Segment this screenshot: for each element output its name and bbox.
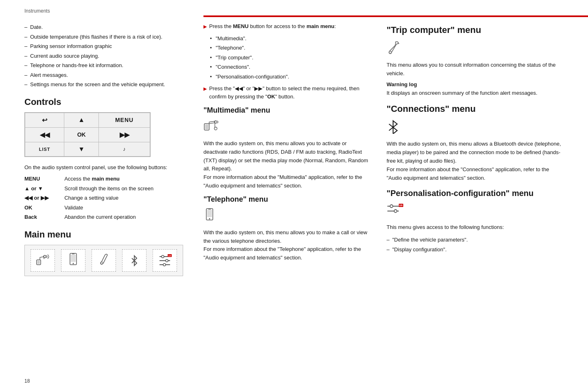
personalisation-icon: GB [157, 253, 173, 268]
list-item: Outside temperature (this flashes if the… [24, 32, 191, 42]
control-table: MENU Access the main menu ▲ or ▼ Scroll … [24, 174, 191, 222]
svg-rect-19 [205, 124, 208, 129]
list-item: Settings menus for the screen and the ve… [24, 80, 191, 89]
up-button: ▲ [64, 113, 99, 127]
sliders-icon: GB [387, 203, 404, 218]
next-button: ▶▶ [99, 127, 150, 142]
svg-text:GB: GB [168, 255, 171, 257]
control-intro: On the audio system control panel, use t… [24, 163, 191, 172]
page-number: 18 [24, 378, 30, 384]
multimedia-body: With the audio system on, this menu allo… [203, 139, 370, 190]
svg-line-28 [389, 127, 393, 131]
svg-rect-4 [71, 255, 76, 262]
press-menu-item: ▶ Press the MENU button for access to th… [203, 22, 370, 30]
multimedia-section-icon [203, 119, 370, 136]
svg-point-13 [166, 259, 168, 262]
list-item: "Display configuration". [387, 245, 564, 255]
ctrl-key: MENU [24, 174, 64, 184]
ctrl-desc: Change a setting value [64, 193, 191, 203]
list-item: Parking sensor information graphic [24, 41, 191, 51]
ctrl-desc: Validate [64, 203, 191, 213]
controls-diagram: ↩ ▲ MENU ◀◀ OK ▶▶ LIST ▼ ♪ [24, 112, 151, 157]
right-column: "Trip computer" menu This menu allows yo… [383, 22, 564, 276]
svg-point-11 [162, 255, 164, 258]
triangle-icon-2: ▶ [203, 85, 207, 92]
trip-body: This menu allows you to consult informat… [387, 61, 564, 78]
red-bar [203, 15, 588, 17]
telephone-section-icon [203, 208, 370, 225]
svg-point-32 [394, 210, 397, 213]
press-select-item: ▶ Press the "◀◀" or "▶▶" button to selec… [203, 85, 370, 100]
multimedia-icon-box [31, 249, 55, 272]
ctrl-key: Back [24, 212, 64, 222]
svg-point-5 [72, 263, 74, 264]
svg-rect-23 [207, 210, 212, 217]
main-menu-icons-row: GB [24, 245, 183, 276]
svg-point-24 [209, 218, 210, 219]
telephone-heading: "Telephone" menu [203, 195, 370, 204]
down-button: ▼ [64, 142, 99, 156]
menu-items-list: "Multimedia". "Telephone". "Trip compute… [210, 34, 370, 82]
ctrl-desc: Access the main menu [64, 174, 191, 184]
personalisation-body: This menu gives access to the following … [387, 223, 564, 232]
telephone-icon [67, 253, 80, 268]
list-item: "Personalisation-configuration". [210, 72, 370, 82]
warning-log-body: It displays an onscreen summary of the f… [387, 89, 564, 98]
multimedia-icon-section [203, 119, 220, 133]
ctrl-key: ◀◀ or ▶▶ [24, 193, 64, 203]
multimedia-icon [35, 253, 50, 268]
press-select-text: Press the "◀◀" or "▶▶" button to select … [209, 85, 370, 100]
triangle-icon: ▶ [203, 23, 207, 30]
svg-text:GB: GB [399, 204, 402, 207]
list-item: Alert messages. [24, 70, 191, 80]
section-label: Instruments [24, 8, 50, 14]
list-item: "Trip computer". [210, 53, 370, 63]
telephone-icon-box [61, 249, 85, 272]
bluetooth-icon-svg [387, 119, 400, 134]
trip-computer-icon [98, 253, 110, 268]
page: Instruments Date. Outside temperature (t… [0, 0, 588, 392]
svg-point-30 [390, 205, 393, 208]
list-button: LIST [25, 142, 64, 156]
personalisation-heading: "Personalisation-configuration" menu [387, 189, 564, 198]
note-button: ♪ [99, 142, 150, 156]
page-header: Instruments [24, 8, 50, 14]
list-item: "Define the vehicle parameters". [387, 235, 564, 245]
list-item: Telephone or hands-free kit information. [24, 61, 191, 70]
bluetooth-icon [387, 119, 564, 137]
menu-button: MENU [99, 113, 150, 127]
connections-icon-box [122, 249, 146, 272]
trip-computer-section-icon [387, 40, 564, 58]
ok-button: OK [64, 127, 99, 142]
ctrl-key: ▲ or ▼ [24, 184, 64, 194]
press-menu-text: Press the MENU button for access to the … [209, 22, 336, 30]
telephone-body: With the audio system on, this menu allo… [203, 229, 370, 262]
list-item: "Connections". [210, 62, 370, 72]
trip-heading: "Trip computer" menu [387, 25, 564, 35]
svg-rect-1 [37, 261, 40, 264]
svg-point-15 [163, 264, 166, 266]
list-item: "Multimedia". [210, 34, 370, 44]
wrench-icon [387, 40, 401, 55]
connections-icon [129, 253, 139, 268]
mid-column: ▶ Press the MENU button for access to th… [203, 22, 383, 276]
trip-computer-icon-box [92, 249, 116, 272]
back-button: ↩ [25, 113, 64, 127]
personalisation-list: "Define the vehicle parameters". "Displa… [387, 235, 564, 254]
list-item: Date. [24, 22, 191, 32]
list-item: Current audio source playing. [24, 51, 191, 61]
personalisation-icon-box: GB [153, 249, 177, 272]
telephone-icon-section [203, 208, 216, 222]
list-item: "Telephone". [210, 43, 370, 53]
ctrl-desc: Scroll through the items on the screen [64, 184, 191, 194]
controls-heading: Controls [24, 97, 191, 107]
connections-heading: "Connections" menu [387, 104, 564, 114]
personalisation-section-icon: GB [387, 203, 564, 220]
main-menu-heading: Main menu [24, 229, 191, 240]
left-column: Date. Outside temperature (this flashes … [24, 22, 203, 276]
ctrl-key: OK [24, 203, 64, 213]
ctrl-desc: Abandon the current operation [64, 212, 191, 222]
svg-line-27 [389, 124, 393, 127]
connections-body: With the audio system on, this menu allo… [387, 140, 564, 182]
warning-log-heading: Warning log [387, 81, 564, 87]
